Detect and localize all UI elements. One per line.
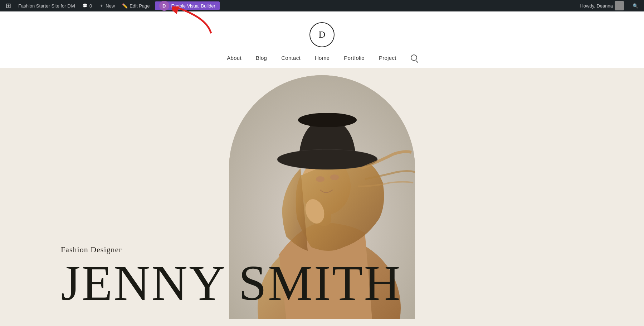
divi-icon: D	[159, 1, 169, 11]
site-logo: D	[309, 22, 335, 47]
enable-visual-builder-label: Enable Visual Builder	[171, 3, 215, 9]
new-item[interactable]: ＋ New	[96, 0, 118, 11]
hero-name: JENNY SMITH	[61, 258, 402, 308]
enable-visual-builder-button[interactable]: D Enable Visual Builder	[155, 1, 220, 10]
comments-item[interactable]: 💬 0	[79, 0, 96, 11]
logo-letter: D	[319, 29, 326, 40]
nav-about[interactable]: About	[227, 55, 241, 61]
wp-logo-item[interactable]: ⊞	[2, 0, 15, 11]
edit-page-label: Edit Page	[130, 3, 150, 9]
edit-page-item[interactable]: ✏️ Edit Page	[118, 0, 153, 11]
pencil-icon: ✏️	[122, 3, 128, 9]
nav-blog[interactable]: Blog	[256, 55, 267, 61]
site-content: D About Blog Contact Home Portfolio Proj…	[0, 11, 644, 326]
site-header: D About Blog Contact Home Portfolio Proj…	[0, 11, 644, 68]
comment-count: 0	[89, 3, 92, 9]
search-admin-icon: 🔍	[633, 3, 638, 9]
search-admin-item[interactable]: 🔍	[629, 0, 642, 11]
hero-subtitle: Fashion Designer	[61, 245, 402, 254]
admin-bar: ⊞ Fashion Starter Site for Divi 💬 0 ＋ Ne…	[0, 0, 644, 11]
svg-point-7	[298, 113, 357, 127]
hero-text-block: Fashion Designer JENNY SMITH	[61, 245, 402, 308]
admin-bar-right: Howdy, Deanna 🔍	[576, 0, 642, 11]
howdy-item[interactable]: Howdy, Deanna	[576, 0, 628, 11]
hero-section: Fashion Designer JENNY SMITH	[0, 68, 644, 326]
site-name-text: Fashion Starter Site for Divi	[18, 3, 75, 9]
new-label: New	[106, 3, 115, 9]
nav-home[interactable]: Home	[315, 55, 330, 61]
nav-search-icon[interactable]	[411, 54, 417, 61]
hero-name-text: JENNY SMITH	[61, 255, 402, 311]
wordpress-icon: ⊞	[6, 2, 11, 10]
plus-icon: ＋	[99, 3, 104, 9]
howdy-text: Howdy, Deanna	[580, 3, 613, 9]
nav-project[interactable]: Project	[379, 55, 396, 61]
nav-portfolio[interactable]: Portfolio	[344, 55, 365, 61]
svg-point-8	[316, 176, 325, 182]
svg-point-9	[330, 174, 339, 180]
avatar-icon	[615, 1, 624, 10]
comment-icon: 💬	[82, 3, 88, 8]
main-navigation: About Blog Contact Home Portfolio Projec…	[227, 54, 417, 61]
site-name-item[interactable]: Fashion Starter Site for Divi	[15, 0, 79, 11]
nav-contact[interactable]: Contact	[281, 55, 301, 61]
